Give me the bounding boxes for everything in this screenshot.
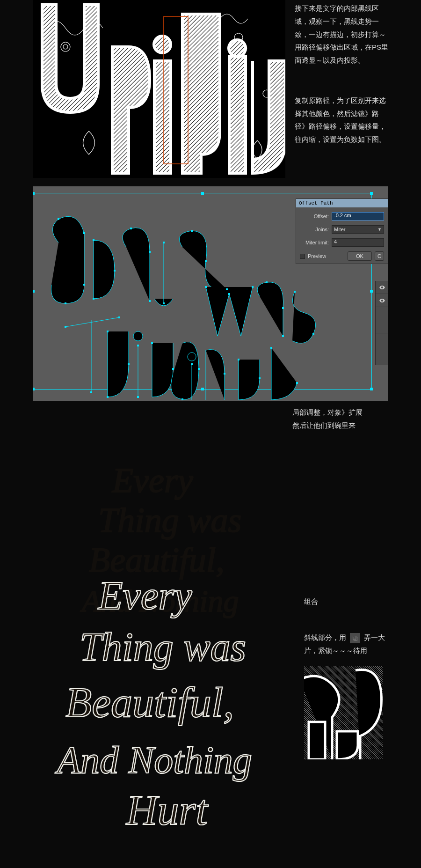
layer-visibility-row[interactable] <box>376 294 388 307</box>
ok-button[interactable]: OK <box>348 251 372 261</box>
section1-paragraph-b: 复制原路径，为了区别开来选择其他颜色，然后滤镜》路径》路径偏移，设置偏移量，往内… <box>295 94 388 146</box>
layer-visibility-row[interactable] <box>376 281 388 294</box>
svg-rect-17 <box>149 251 151 253</box>
diagonal-instruction: 斜线部分，用 ⿻ 弄一大片，紧锁～～～待用 <box>304 631 388 657</box>
svg-rect-26 <box>90 391 92 393</box>
svg-rect-15 <box>93 298 94 300</box>
dialog-title: Offset Path <box>296 199 388 207</box>
eye-icon <box>379 284 385 291</box>
svg-rect-48 <box>270 347 272 349</box>
svg-rect-27 <box>107 331 109 332</box>
svg-rect-42 <box>294 291 296 293</box>
svg-rect-36 <box>205 286 207 288</box>
svg-rect-32 <box>151 342 153 344</box>
section1-paragraph-a: 接下来是文字的内部黑线区域，观察一下，黑线走势一致，一边有描边，初步打算～用路径… <box>295 2 388 67</box>
svg-text:Hurt: Hurt <box>126 786 209 834</box>
svg-rect-25 <box>118 316 120 318</box>
svg-rect-45 <box>224 373 225 375</box>
svg-rect-24 <box>65 326 66 328</box>
svg-text:And Nothing: And Nothing <box>55 739 252 781</box>
svg-rect-31 <box>137 396 139 398</box>
svg-rect-9 <box>58 218 59 220</box>
svg-point-5 <box>154 36 171 53</box>
final-composite-area: Every Thing was Beautiful, And Nothing E… <box>33 441 388 868</box>
reference-ornate-image <box>33 0 285 178</box>
svg-rect-38 <box>252 286 254 288</box>
svg-text:Thing was: Thing was <box>80 625 246 669</box>
svg-rect-44 <box>191 363 193 365</box>
svg-rect-30 <box>137 345 139 346</box>
svg-rect-23 <box>226 288 228 290</box>
svg-rect-13 <box>93 239 94 241</box>
svg-rect-16 <box>130 228 132 229</box>
svg-rect-14 <box>114 270 116 272</box>
eye-icon <box>379 297 385 304</box>
svg-rect-29 <box>107 396 109 398</box>
svg-rect-35 <box>181 398 183 400</box>
white-script-typography: Every Thing was Beautiful, And Nothing H… <box>47 562 290 868</box>
joins-value: Miter <box>334 227 345 232</box>
chevron-down-icon: ▼ <box>377 227 382 232</box>
svg-rect-12 <box>65 302 66 304</box>
layer-visibility-row[interactable] <box>376 307 388 320</box>
preview-checkbox[interactable] <box>300 254 305 259</box>
svg-rect-43 <box>312 333 314 335</box>
offset-input[interactable]: -0.2 cm <box>332 212 384 221</box>
svg-rect-47 <box>259 377 261 379</box>
miter-limit-input[interactable]: 4 <box>332 238 384 247</box>
svg-rect-46 <box>238 359 240 360</box>
svg-rect-34 <box>198 368 200 370</box>
svg-rect-49 <box>296 382 298 384</box>
svg-text:Beautiful,: Beautiful, <box>65 678 234 726</box>
joins-select[interactable]: Miter ▼ <box>332 225 384 234</box>
svg-rect-20 <box>163 302 165 304</box>
svg-rect-33 <box>172 368 174 370</box>
caption-line-a: 局部调整，对象》扩展 <box>292 406 388 419</box>
svg-text:Every: Every <box>97 573 192 618</box>
svg-rect-21 <box>191 230 193 232</box>
svg-rect-28 <box>128 363 130 365</box>
cancel-button[interactable]: C <box>375 251 384 261</box>
svg-text:Thing was: Thing was <box>98 501 241 539</box>
joins-label: Joins: <box>300 227 329 232</box>
offset-label: Offset: <box>300 213 329 219</box>
layer-visibility-row[interactable] <box>376 320 388 333</box>
hatched-letter-swatch <box>304 666 383 759</box>
diag-prefix: 斜线部分，用 <box>304 633 346 641</box>
miter-limit-label: Miter limit: <box>300 240 329 245</box>
illustrator-canvas-screenshot: Offset Path Offset: -0.2 cm Joins: Miter… <box>33 186 388 401</box>
svg-rect-40 <box>282 307 284 309</box>
layers-panel-sliver <box>375 281 388 365</box>
caption-line-b: 然后让他们到碗里来 <box>292 419 388 432</box>
svg-rect-10 <box>83 232 85 234</box>
combo-label: 组合 <box>304 595 388 608</box>
transform-tool-icon: ⿻ <box>350 633 360 643</box>
svg-rect-11 <box>83 284 85 286</box>
svg-rect-37 <box>228 293 230 295</box>
svg-rect-39 <box>266 281 268 283</box>
svg-rect-19 <box>163 242 165 243</box>
final-side-column: 组合 斜线部分，用 ⿻ 弄一大片，紧锁～～～待用 <box>304 595 388 759</box>
svg-text:Every: Every <box>112 461 193 500</box>
section3-caption: 局部调整，对象》扩展 然后让他们到碗里来 <box>285 406 388 432</box>
preview-label: Preview <box>308 253 345 259</box>
svg-rect-22 <box>205 260 207 262</box>
ornate-typography-svg <box>33 0 285 178</box>
offset-path-dialog: Offset Path Offset: -0.2 cm Joins: Miter… <box>296 199 388 264</box>
svg-rect-41 <box>282 335 284 337</box>
section1-text-column: 接下来是文字的内部黑线区域，观察一下，黑线走势一致，一边有描边，初步打算～用路径… <box>295 0 388 178</box>
svg-rect-18 <box>149 300 151 302</box>
